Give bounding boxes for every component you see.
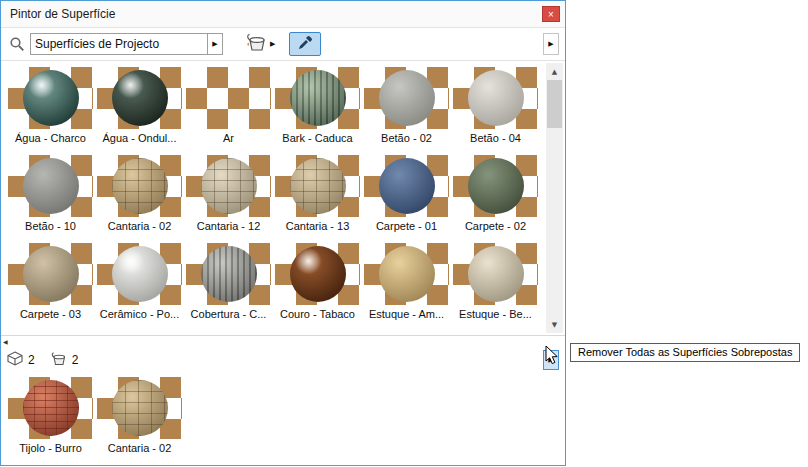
scroll-down-button[interactable]: ▼ bbox=[546, 316, 563, 333]
material-sphere bbox=[112, 70, 168, 126]
material-item[interactable]: Estuque - Be... bbox=[451, 243, 540, 331]
material-sphere bbox=[468, 246, 524, 302]
small-paint-bucket-icon bbox=[50, 351, 67, 370]
eyedropper-button[interactable] bbox=[289, 32, 321, 56]
material-item[interactable]: Bark - Caduca bbox=[273, 67, 362, 155]
titlebar[interactable]: Pintor de Superfície × bbox=[1, 1, 565, 28]
search-icon bbox=[9, 36, 25, 52]
material-thumbnail[interactable] bbox=[453, 243, 538, 305]
surface-painter-dialog: Pintor de Superfície × ▶ ▶ bbox=[0, 0, 566, 466]
bucket-dropdown-arrow-icon[interactable]: ▶ bbox=[270, 40, 275, 48]
material-thumbnail[interactable] bbox=[364, 243, 449, 305]
material-label: Tijolo - Burro bbox=[19, 442, 82, 454]
material-item[interactable]: Betão - 10 bbox=[6, 155, 95, 243]
material-sphere bbox=[23, 158, 79, 214]
material-item[interactable]: Tijolo - Burro bbox=[6, 377, 95, 465]
material-label: Carpete - 01 bbox=[376, 220, 437, 232]
material-thumbnail[interactable] bbox=[453, 67, 538, 129]
material-thumbnail[interactable] bbox=[453, 155, 538, 217]
material-thumbnail[interactable] bbox=[97, 377, 182, 439]
material-thumbnail[interactable] bbox=[364, 67, 449, 129]
toolbar: ▶ ▶ ▶ bbox=[1, 28, 565, 60]
scroll-up-button[interactable]: ▲ bbox=[546, 63, 563, 80]
material-label: Carpete - 03 bbox=[20, 308, 81, 320]
material-thumbnail[interactable] bbox=[97, 243, 182, 305]
paint-bucket-tool[interactable]: ▶ bbox=[245, 32, 275, 56]
paint-count: 2 bbox=[72, 353, 79, 367]
material-item[interactable]: Carpete - 02 bbox=[451, 155, 540, 243]
material-item[interactable]: Cobertura - C... bbox=[184, 243, 273, 331]
close-button[interactable]: × bbox=[542, 6, 560, 22]
material-item[interactable]: Cantaria - 12 bbox=[184, 155, 273, 243]
material-label: Cantaria - 02 bbox=[108, 220, 172, 232]
material-thumbnail[interactable] bbox=[364, 155, 449, 217]
scrollbar-track[interactable] bbox=[546, 128, 563, 316]
materials-panel: Água - CharcoÁgua - Ondul...ArBark - Cad… bbox=[1, 60, 565, 335]
material-thumbnail[interactable] bbox=[8, 243, 93, 305]
material-thumbnail[interactable] bbox=[275, 155, 360, 217]
material-sphere bbox=[468, 158, 524, 214]
material-item[interactable]: Cantaria - 02 bbox=[95, 377, 184, 465]
chevron-right-icon: ▶ bbox=[212, 40, 217, 48]
material-thumbnail[interactable] bbox=[8, 67, 93, 129]
material-thumbnail[interactable] bbox=[8, 155, 93, 217]
material-thumbnail[interactable] bbox=[97, 155, 182, 217]
vertical-scrollbar[interactable]: ▲ ▼ bbox=[546, 63, 563, 333]
material-item[interactable]: Ar bbox=[184, 67, 273, 155]
scrollbar-thumb[interactable] bbox=[547, 80, 562, 128]
material-sphere bbox=[290, 70, 346, 126]
material-label: Cantaria - 02 bbox=[108, 442, 172, 454]
material-item[interactable]: Água - Ondul... bbox=[95, 67, 184, 155]
collapse-arrow-icon[interactable]: ◀ bbox=[3, 338, 8, 345]
search-dropdown-button[interactable]: ▶ bbox=[208, 33, 223, 55]
close-icon: × bbox=[548, 9, 554, 20]
material-sphere bbox=[23, 70, 79, 126]
material-item[interactable]: Carpete - 01 bbox=[362, 155, 451, 243]
material-item[interactable]: Betão - 04 bbox=[451, 67, 540, 155]
material-sphere bbox=[290, 158, 346, 214]
material-label: Cerâmico - Po... bbox=[100, 308, 179, 320]
dialog-title: Pintor de Superfície bbox=[10, 7, 115, 21]
toolbar-flyout-button[interactable]: ▶ bbox=[543, 33, 559, 55]
panel-splitter[interactable]: ◀ bbox=[1, 335, 565, 347]
material-item[interactable]: Estuque - Am... bbox=[362, 243, 451, 331]
mouse-cursor bbox=[545, 345, 559, 365]
surface-count: 2 bbox=[28, 353, 35, 367]
material-sphere bbox=[379, 70, 435, 126]
material-label: Água - Ondul... bbox=[103, 132, 177, 144]
material-label: Betão - 02 bbox=[381, 132, 432, 144]
material-thumbnail[interactable] bbox=[275, 67, 360, 129]
material-label: Betão - 04 bbox=[470, 132, 521, 144]
scroll-up-icon: ▲ bbox=[552, 68, 557, 76]
material-item[interactable]: Cantaria - 13 bbox=[273, 155, 362, 243]
material-label: Couro - Tabaco bbox=[280, 308, 355, 320]
material-label: Cobertura - C... bbox=[191, 308, 267, 320]
material-sphere bbox=[468, 70, 524, 126]
materials-grid: Água - CharcoÁgua - Ondul...ArBark - Cad… bbox=[1, 61, 565, 331]
material-sphere bbox=[23, 246, 79, 302]
material-label: Bark - Caduca bbox=[282, 132, 352, 144]
material-thumbnail[interactable] bbox=[97, 67, 182, 129]
material-sphere bbox=[379, 158, 435, 214]
material-thumbnail[interactable] bbox=[186, 243, 271, 305]
material-item[interactable]: Carpete - 03 bbox=[6, 243, 95, 331]
cube-icon bbox=[7, 351, 23, 370]
material-thumbnail[interactable] bbox=[186, 155, 271, 217]
eyedropper-icon bbox=[297, 35, 313, 54]
material-thumbnail[interactable] bbox=[8, 377, 93, 439]
material-item[interactable]: Água - Charco bbox=[6, 67, 95, 155]
material-label: Estuque - Be... bbox=[459, 308, 532, 320]
material-sphere bbox=[112, 380, 168, 436]
tooltip: Remover Todas as Superfícies Sobrepostas bbox=[570, 343, 800, 362]
material-sphere bbox=[201, 158, 257, 214]
material-item[interactable]: Cantaria - 02 bbox=[95, 155, 184, 243]
material-sphere bbox=[23, 380, 79, 436]
material-item[interactable]: Cerâmico - Po... bbox=[95, 243, 184, 331]
search-input[interactable] bbox=[30, 33, 208, 55]
material-item[interactable]: Betão - 02 bbox=[362, 67, 451, 155]
material-item[interactable]: Couro - Tabaco bbox=[273, 243, 362, 331]
material-thumbnail[interactable] bbox=[275, 243, 360, 305]
material-thumbnail[interactable] bbox=[186, 67, 271, 129]
scroll-down-icon: ▼ bbox=[552, 321, 557, 329]
paint-bucket-icon bbox=[245, 32, 267, 56]
